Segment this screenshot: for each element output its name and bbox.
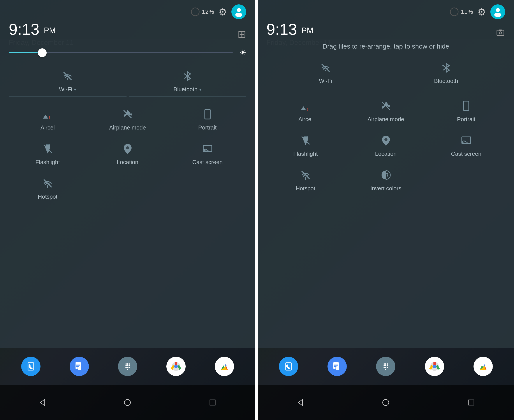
avatar-right[interactable] (490, 4, 505, 19)
app-chrome-right[interactable] (425, 357, 444, 376)
wifi-tile-left[interactable]: Wi-Fi ▾ (9, 66, 127, 97)
app-dialer-right[interactable] (376, 357, 395, 376)
svg-rect-100 (469, 400, 474, 405)
tile-aircel-right[interactable]: ! Aircel (266, 95, 345, 127)
svg-point-99 (383, 399, 389, 405)
avatar-left[interactable] (231, 4, 246, 19)
recents-button-right[interactable] (467, 398, 476, 407)
svg-marker-65 (301, 106, 306, 110)
tile-location-left[interactable]: Location (89, 138, 166, 170)
settings-icon-right[interactable]: ⚙ (477, 6, 486, 17)
brightness-slider-left[interactable] (9, 52, 233, 53)
svg-point-34 (127, 363, 128, 365)
airplane-icon-left (122, 108, 133, 122)
svg-rect-82 (334, 366, 337, 367)
tile-aircel-left[interactable]: ! Aircel (9, 103, 86, 135)
wifi-label-left: Wi-Fi (59, 86, 72, 93)
tiles-grid-left: ! Aircel Airplane mode (7, 101, 248, 207)
right-panel: 11% ⚙ 9:13 PM Friday, December 11 (258, 0, 514, 420)
wifi-tile-right[interactable]: Wi-Fi (266, 58, 385, 88)
bluetooth-tile-left[interactable]: Bluetooth ▾ (129, 66, 246, 97)
svg-point-86 (384, 363, 385, 365)
bluetooth-dropdown-left[interactable]: ▾ (199, 87, 201, 92)
svg-point-90 (385, 365, 386, 366)
tile-flashlight-right[interactable]: Flashlight (266, 129, 345, 162)
app-maps-right[interactable] (474, 357, 493, 376)
left-panel: 12% ⚙ 9:13 PM Friday, December 11 ⊞ (0, 0, 256, 420)
back-button-left[interactable] (38, 398, 47, 407)
svg-point-1 (193, 10, 198, 14)
svg-rect-71 (304, 136, 307, 137)
back-button-right[interactable] (296, 398, 305, 407)
app-phone-left[interactable] (21, 357, 40, 376)
nav-bar-right (258, 385, 514, 420)
connectivity-row-right: Wi-Fi Bluetoo (264, 58, 507, 88)
svg-point-51 (494, 13, 501, 17)
tile-label-airplane-left: Airplane mode (109, 124, 146, 131)
tile-cast-right[interactable]: Cast screen (427, 129, 505, 162)
svg-point-2 (237, 8, 241, 12)
svg-point-94 (387, 367, 388, 368)
tile-portrait-right[interactable]: Portrait (427, 95, 505, 127)
grid-icon-left[interactable]: ⊞ (238, 28, 246, 40)
svg-line-8 (187, 74, 191, 76)
connectivity-row-left: Wi-Fi ▾ (7, 66, 248, 97)
tile-airplane-right[interactable]: Airplane mode (347, 95, 425, 127)
svg-point-89 (384, 365, 385, 366)
brightness-icon-left: ☀ (239, 48, 246, 57)
svg-rect-81 (334, 365, 338, 366)
svg-rect-83 (336, 367, 339, 370)
home-button-right[interactable] (381, 398, 390, 407)
svg-rect-29 (77, 366, 79, 367)
bluetooth-label-left: Bluetooth (173, 86, 198, 93)
tile-portrait-left[interactable]: Portrait (169, 103, 246, 135)
svg-point-47 (124, 399, 130, 405)
svg-point-21 (126, 146, 129, 150)
svg-point-35 (129, 363, 130, 365)
wifi-dropdown-left[interactable]: ▾ (74, 87, 76, 92)
app-phone-right[interactable] (279, 357, 298, 376)
app-docs-right[interactable] (328, 357, 347, 376)
tile-hotspot-left[interactable]: Hotspot (9, 172, 86, 204)
battery-percent-right: 11% (461, 8, 473, 15)
wifi-label-right: Wi-Fi (319, 78, 332, 84)
svg-rect-52 (497, 30, 504, 35)
home-button-left[interactable] (123, 398, 132, 407)
tile-invert-right[interactable]: Invert colors (347, 164, 425, 196)
bluetooth-tile-right[interactable]: Bluetooth (387, 58, 506, 88)
tile-label-cast-left: Cast screen (192, 159, 223, 165)
app-dock-left (0, 348, 255, 385)
cast-icon-left (202, 143, 213, 156)
tile-flashlight-left[interactable]: Flashlight (9, 138, 86, 170)
tile-label-aircel-left: Aircel (40, 124, 55, 131)
tile-label-portrait-right: Portrait (457, 116, 476, 123)
cast-icon-right (460, 135, 472, 148)
svg-text:!: ! (307, 107, 308, 112)
svg-point-50 (496, 8, 500, 12)
svg-point-72 (384, 138, 387, 141)
tile-cast-left[interactable]: Cast screen (169, 138, 246, 170)
app-dialer-left[interactable] (118, 357, 137, 376)
svg-point-42 (127, 369, 128, 370)
recents-button-left[interactable] (208, 398, 217, 407)
svg-point-78 (387, 175, 388, 177)
svg-rect-27 (77, 364, 80, 364)
tile-label-aircel-right: Aircel (298, 116, 313, 123)
tile-location-right[interactable]: Location (347, 129, 425, 162)
app-maps-left[interactable] (215, 357, 234, 376)
app-docs-left[interactable] (70, 357, 89, 376)
tile-airplane-left[interactable]: Airplane mode (89, 103, 166, 135)
brightness-row-left[interactable]: ☀ (7, 44, 248, 62)
tile-label-portrait-left: Portrait (198, 124, 217, 131)
tile-label-hotspot-left: Hotspot (38, 193, 58, 200)
quick-settings-left: ☀ Wi-Fi ▾ (0, 39, 255, 348)
tile-hotspot-right[interactable]: Hotspot (266, 164, 345, 196)
app-chrome-left[interactable] (166, 357, 186, 376)
invert-icon-right (380, 169, 392, 182)
screenshot-icon-right[interactable] (496, 28, 505, 40)
tile-label-location-left: Location (117, 159, 138, 165)
svg-point-88 (387, 363, 388, 365)
svg-marker-98 (298, 399, 303, 405)
settings-icon-left[interactable]: ⚙ (218, 6, 227, 17)
tile-label-flashlight-right: Flashlight (293, 150, 318, 157)
